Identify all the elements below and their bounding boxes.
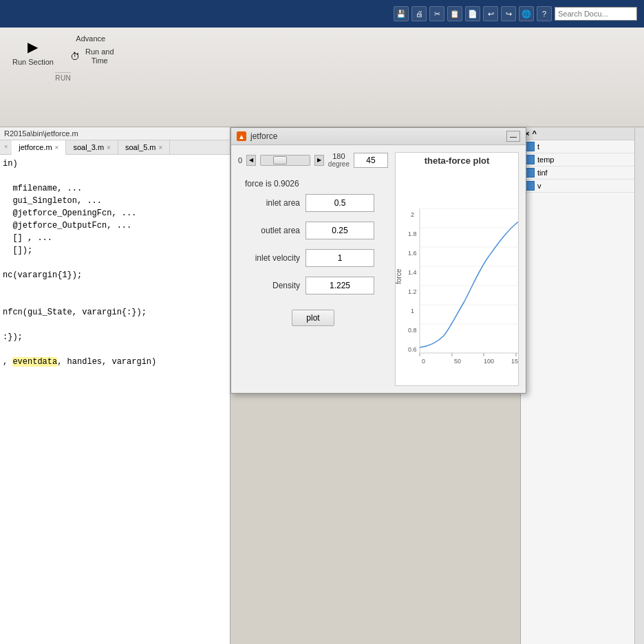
workspace-row-t: t [521,140,644,153]
workspace-icon-tinf [525,168,535,178]
tab-new-icon[interactable]: × [0,140,12,154]
workspace-scrollbar[interactable] [634,127,644,644]
outlet-area-label: outlet area [238,226,300,235]
copy-icon-btn[interactable]: 📋 [447,6,462,21]
plot-button[interactable]: plot [292,310,334,326]
inlet-velocity-row: inlet velocity [238,249,388,267]
code-line [3,281,227,294]
tab-soal3[interactable]: soal_3.m × [66,140,118,154]
tab-soal5-close[interactable]: × [159,144,163,151]
svg-text:force: force [396,268,402,284]
code-panel: R2015a\bin\jetforce.m × jetforce.m × soa… [0,127,230,644]
dialog-left-panel: 0 ◀ ▶ 180 degree 45 [238,152,388,386]
chart-title: theta-force plot [396,153,518,167]
slider-left-arrow[interactable]: ◀ [246,155,256,166]
svg-text:1.4: 1.4 [408,269,417,276]
code-line [3,170,227,182]
dialog-title: jetforce [250,131,502,141]
advance-button[interactable]: Advance [70,33,111,45]
cut-icon-btn[interactable]: ✂ [429,6,444,21]
run-section-icon: ▶ [22,36,44,58]
workspace-var-v: v [537,182,541,190]
slider-thumb[interactable] [273,156,287,164]
code-line [3,343,227,356]
outlet-area-row: outlet area [238,222,388,239]
help-icon-btn[interactable]: ? [537,6,552,21]
workspace-row-v: v [521,180,644,193]
save-icon-btn[interactable]: 💾 [394,6,409,21]
toolbar-ribbon: ▶ Run Section Advance ⏱ Run andTime RUN [0,28,644,87]
ribbon-btns: ▶ Run Section Advance ⏱ Run andTime [7,33,120,69]
inlet-area-input[interactable] [305,194,374,212]
density-input[interactable] [305,277,374,294]
workspace-row-temp: temp [521,153,644,167]
tab-soal3-close[interactable]: × [107,144,111,151]
code-line: []); [3,244,227,257]
print-icon-btn[interactable]: 🖨 [411,6,427,21]
redo-icon-btn[interactable]: ↪ [501,6,516,21]
slider-track[interactable] [260,155,310,166]
run-section-button[interactable]: ▶ Run Section [7,33,59,69]
run-and-time-button[interactable]: ⏱ Run andTime [62,46,120,67]
paste-icon-btn[interactable]: 📄 [465,6,480,21]
tab-soal5-label: soal_5.m [125,143,156,151]
dialog-body: 0 ◀ ▶ 180 degree 45 [231,145,526,393]
code-line: @jetforce_OpeningFcn, ... [3,207,227,219]
undo-icon-btn[interactable]: ↩ [483,6,498,21]
browser-icon-btn[interactable]: 🌐 [519,6,534,21]
svg-text:theta: theta [471,366,487,367]
inlet-area-label: inlet area [238,198,300,208]
slider-row: 0 ◀ ▶ 180 degree 45 [238,152,388,168]
slider-min-label: 0 [238,156,242,164]
dialog-minimize-button[interactable]: — [506,131,520,142]
code-line: in) [3,158,227,170]
workspace-var-t: t [537,142,539,151]
code-line: mfilename, ... [3,182,227,195]
dialog-titlebar: ▲ jetforce — [231,128,526,145]
slider-arrow-left[interactable]: ◀ [246,155,256,166]
slider-max-label: 180 [332,152,345,160]
workspace-row-tinf: tinf [521,167,644,180]
run-time-icon: ⏱ [67,49,83,64]
run-group: ▶ Run Section Advance ⏱ Run andTime RUN [7,33,120,82]
run-section-label: Run Section [12,58,54,67]
svg-text:1.6: 1.6 [408,250,417,257]
slider-unit-label: degree [328,160,350,168]
workspace-expand-btn[interactable]: ^ [532,129,536,138]
section-label: RUN [55,72,71,82]
jetforce-dialog: ▲ jetforce — 0 ◀ ▶ [230,127,526,394]
code-line: nfcn(gui_State, varargin{:}); [3,306,227,319]
plot-btn-container: plot [238,310,388,326]
slider-right-arrow[interactable]: ▶ [314,155,324,166]
dialog-app-icon: ▲ [237,131,246,141]
inlet-velocity-input[interactable] [305,249,374,267]
inlet-velocity-label: inlet velocity [238,253,300,263]
slider-value-box[interactable]: 45 [354,153,388,168]
svg-text:2: 2 [411,211,414,218]
main-area: R2015a\bin\jetforce.m × jetforce.m × soa… [0,127,644,644]
chart-svg: 0.6 0.8 1 1.2 1.4 1.6 1.8 2 0 50 100 150 [396,167,518,367]
force-display: force is 0.9026 [238,179,388,189]
code-body: in) mfilename, ... gui_Singleton, ... @j… [0,155,230,644]
workspace-panel: × ^ t temp tinf v [520,127,644,644]
inlet-area-row: inlet area [238,194,388,212]
code-filepath: R2015a\bin\jetforce.m [0,127,230,140]
code-line: [] , ... [3,232,227,244]
outlet-area-input[interactable] [305,222,374,239]
code-line: nc(varargin{1}); [3,269,227,281]
tab-jetforce-close[interactable]: × [55,144,59,151]
toolbar-top: 💾 🖨 ✂ 📋 📄 ↩ ↪ 🌐 ? [0,0,644,28]
slider-arrow-right[interactable]: ▶ [314,155,324,166]
tab-soal3-label: soal_3.m [73,143,104,151]
tab-jetforce-label: jetforce.m [19,143,52,151]
code-line [3,294,227,306]
svg-text:1: 1 [411,308,414,314]
workspace-var-temp: temp [537,155,554,164]
search-input[interactable] [555,7,637,21]
code-tabs: × jetforce.m × soal_3.m × soal_5.m × [0,140,230,155]
chart-container: theta-force plot 0.6 0.8 1 1.2 1.4 1.6 1… [395,152,519,386]
tab-jetforce[interactable]: jetforce.m × [12,140,66,155]
highlighted-var: eventdata [12,357,57,367]
svg-text:0.8: 0.8 [408,327,417,334]
tab-soal5[interactable]: soal_5.m × [118,140,170,154]
